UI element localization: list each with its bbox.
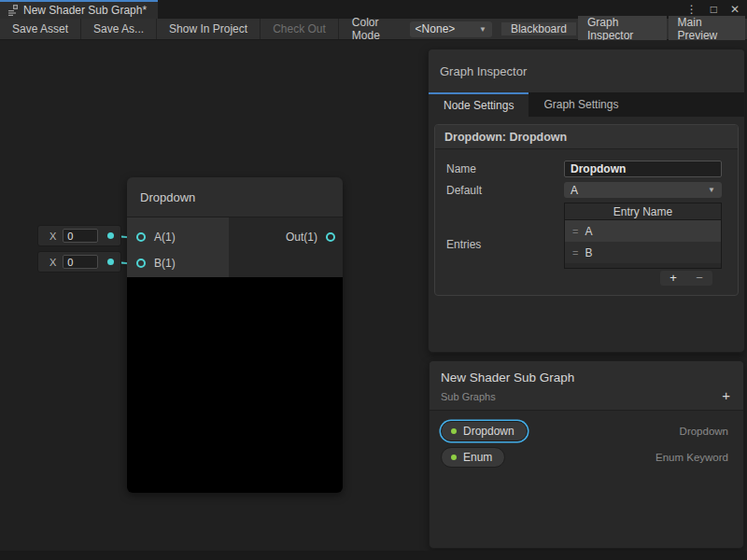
graph-inspector-panel: Graph Inspector Node Settings Graph Sett… (428, 49, 745, 353)
shader-graph-asset-icon (7, 5, 19, 16)
value-a-port-dot[interactable] (107, 232, 114, 239)
tab-new-shader-sub-graph[interactable]: New Shader Sub Graph* (0, 0, 158, 19)
toolbar-right-group: Color Mode <None> ▼ Blackboard Graph Ins… (339, 19, 747, 39)
tab-graph-settings[interactable]: Graph Settings (529, 92, 633, 117)
add-entry-button[interactable]: + (660, 271, 686, 286)
default-dropdown[interactable]: A ▼ (564, 182, 722, 198)
property-name: Enum (463, 451, 492, 464)
entry-row-b[interactable]: = B (565, 242, 721, 263)
value-b-port-dot[interactable] (107, 259, 114, 265)
property-pill-enum[interactable]: Enum (441, 447, 505, 468)
tab-title: New Shader Sub Graph* (23, 4, 147, 17)
graph-inspector-title: Graph Inspector (440, 64, 527, 78)
port-row-a: A(1) (127, 224, 229, 250)
input-port-b[interactable] (136, 259, 146, 268)
color-mode-value: <None> (416, 22, 456, 35)
drag-handle-icon[interactable]: = (572, 226, 577, 237)
input-port-a[interactable] (136, 232, 146, 242)
property-type: Enum Keyword (655, 452, 728, 463)
input-value-widget-a: X (37, 225, 121, 246)
property-pill-dropdown[interactable]: Dropdown (441, 421, 528, 441)
inspector-content: Dropdown: Dropdown Name Default A ▼ (429, 117, 744, 303)
show-in-project-button[interactable]: Show In Project (157, 19, 261, 39)
name-input[interactable] (564, 161, 722, 177)
dropdown-settings-card: Dropdown: Dropdown Name Default A ▼ (434, 124, 739, 296)
property-dot-icon (451, 428, 457, 434)
default-label: Default (446, 184, 564, 197)
blackboard-panel: New Shader Sub Graph Sub Graphs + Dropdo… (429, 360, 744, 549)
entry-name: B (585, 246, 592, 259)
blackboard-title: New Shader Sub Graph (441, 371, 732, 385)
node-title: Dropdown (140, 190, 195, 204)
x-component-label: X (49, 231, 56, 242)
node-output-section: Out(1) (229, 217, 343, 277)
entries-table-header: Entry Name (565, 203, 721, 220)
blackboard-subtitle: Sub Graphs (441, 391, 732, 402)
default-value: A (571, 184, 578, 197)
graph-inspector-toggle-button[interactable]: Graph Inspector (578, 16, 667, 42)
card-body: Name Default A ▼ (435, 149, 738, 295)
unity-shader-graph-window: New Shader Sub Graph* ⋮ □ ✕ Save Asset S… (0, 0, 747, 560)
entry-row-a[interactable]: = A (565, 220, 721, 242)
entries-button-bar: + − (660, 271, 712, 286)
property-name: Dropdown (463, 425, 514, 438)
property-dot-icon (451, 455, 457, 460)
tab-node-settings[interactable]: Node Settings (429, 92, 529, 117)
entries-table-footer (565, 263, 721, 268)
node-input-section: A(1) B(1) (127, 217, 229, 277)
node-preview (127, 277, 343, 493)
blackboard-row-enum: Enum Enum Keyword (430, 444, 743, 470)
entries-label: Entries (446, 238, 564, 251)
name-label: Name (446, 162, 564, 175)
chevron-down-icon: ▼ (708, 186, 715, 194)
save-asset-button[interactable]: Save Asset (0, 19, 81, 39)
value-a-input[interactable] (63, 229, 98, 243)
graph-canvas[interactable]: X X Dropdown A(1) B (0, 40, 747, 551)
output-port-label: Out(1) (286, 231, 317, 244)
blackboard-header[interactable]: New Shader Sub Graph Sub Graphs + (430, 361, 743, 411)
blackboard-row-dropdown: Dropdown Dropdown (430, 418, 743, 444)
x-component-label: X (49, 257, 56, 268)
window-bottom-edge (0, 551, 747, 560)
graph-inspector-header[interactable]: Graph Inspector (429, 49, 744, 92)
input-port-b-label: B(1) (154, 257, 176, 270)
port-row-b: B(1) (127, 250, 229, 276)
blackboard-items: Dropdown Dropdown Enum Enum Keyword (430, 411, 743, 478)
name-field-row: Name (446, 160, 722, 177)
blackboard-toggle-button[interactable]: Blackboard (501, 22, 576, 35)
card-title: Dropdown: Dropdown (435, 125, 738, 149)
port-row-out: Out(1) (229, 224, 343, 250)
entries-table: Entry Name = A = B (564, 203, 722, 269)
input-port-a-label: A(1) (154, 231, 176, 244)
default-field-row: Default A ▼ (446, 182, 722, 198)
entries-row: Entries Entry Name = A = (446, 203, 722, 286)
color-mode-dropdown[interactable]: <None> ▼ (410, 21, 492, 37)
entry-name: A (585, 225, 592, 238)
check-out-button[interactable]: Check Out (261, 19, 339, 39)
entries-buttons-row: + − (564, 271, 722, 286)
remove-entry-button[interactable]: − (686, 271, 712, 286)
toolbar: Save Asset Save As... Show In Project Ch… (0, 19, 747, 40)
add-property-button[interactable]: + (722, 388, 730, 402)
chevron-down-icon: ▼ (479, 25, 486, 34)
input-value-widget-b: X (37, 251, 121, 273)
color-mode-label: Color Mode (339, 16, 410, 42)
inspector-tab-bar: Node Settings Graph Settings (429, 92, 744, 117)
node-body: A(1) B(1) Out(1) (127, 217, 343, 277)
save-as-button[interactable]: Save As... (81, 19, 157, 39)
node-title-bar[interactable]: Dropdown (127, 177, 343, 217)
output-port[interactable] (326, 232, 335, 242)
main-preview-toggle-button[interactable]: Main Preview (669, 16, 745, 42)
property-type: Dropdown (680, 426, 728, 437)
dropdown-node[interactable]: Dropdown A(1) B(1) Out(1) (127, 177, 343, 493)
drag-handle-icon[interactable]: = (572, 247, 577, 259)
value-b-input[interactable] (63, 255, 98, 269)
